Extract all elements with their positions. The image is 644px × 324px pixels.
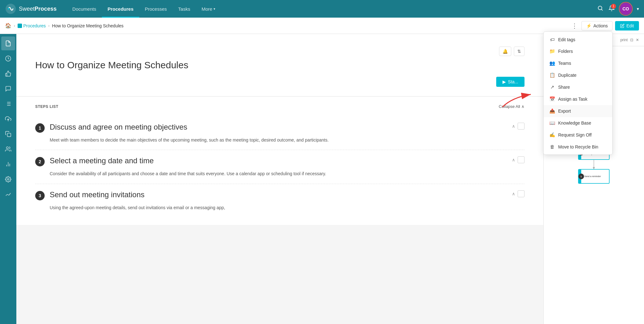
knowledge-base-icon: 📖 [549,120,555,126]
edit-icon [620,24,625,28]
breadcrumb: 🏠 › Procedures › How to Organize Meeting… [5,23,570,29]
nav-documents[interactable]: Documents [67,0,102,18]
sidebar-icon-clock[interactable] [1,52,15,65]
step-3-checkbox[interactable] [518,190,525,197]
steps-section: STEPS LIST Collapse All ∧ 1 Discuss and … [16,97,543,225]
edit-button[interactable]: Edit [615,21,639,31]
step-1-title: Discuss and agree on meeting objectives [50,123,507,131]
nav-procedures[interactable]: Procedures [102,0,139,18]
page-title: How to Organize Meeting Schedules [35,60,525,70]
logo[interactable]: SweetProcess [5,3,57,14]
step-1-checkbox[interactable] [518,123,525,130]
steps-header: STEPS LIST Collapse All ∧ [35,104,525,109]
play-icon: ▶ [502,79,506,84]
chevron-down-icon: ▾ [214,7,215,11]
breadcrumb-separator: › [14,24,15,28]
step-item-1: 1 Discuss and agree on meeting objective… [35,116,525,150]
dropdown-teams[interactable]: 👥 Teams [544,57,612,69]
fullscreen-icon[interactable]: ⊡ [630,38,633,42]
collapse-chevron-icon: ∧ [521,104,525,109]
breadcrumb-current-page: How to Organize Meeting Schedules [52,23,124,28]
nav-right-controls: 1 CO ▾ [597,3,639,15]
bolt-icon: ⚡ [586,23,591,28]
top-navigation: SweetProcess Documents Procedures Proces… [0,0,644,18]
sidebar-icon-list[interactable] [1,97,15,111]
step-item-2: 2 Select a meeting date and time ∧ Consi… [35,150,525,184]
overview-controls: print ⊡ ✕ [620,38,639,42]
svg-point-2 [598,6,602,10]
breadcrumb-home[interactable]: 🏠 [5,23,11,29]
signoff-icon: ✍ [549,132,555,138]
step-3-number: 3 [35,191,45,200]
breadcrumb-procedures[interactable]: Procedures [18,23,46,28]
step-3-title: Send out meeting invitations [50,190,507,199]
step-1-description: Meet with team members to decide the mai… [35,137,525,143]
step-3-header: 3 Send out meeting invitations ∧ [35,190,525,200]
step-2-number: 2 [35,157,45,166]
nav-items: Documents Procedures Processes Tasks Mor… [67,0,597,18]
dropdown-assign-task[interactable]: 📅 Assign as Task [544,93,612,105]
step-2-collapse-icon[interactable]: ∧ [512,157,515,162]
svg-point-1 [8,8,9,9]
dropdown-folders[interactable]: 📁 Folders [544,45,612,57]
step-1-collapse-icon[interactable]: ∧ [512,124,515,129]
avatar-ring [619,2,633,16]
logo-bold-text: Process [35,6,57,12]
assign-task-icon: 📅 [549,96,555,102]
sidebar-icon-copy[interactable] [1,127,15,141]
overview-close-button[interactable]: ✕ [636,38,639,42]
svg-marker-53 [593,167,595,169]
sidebar-icon-signature[interactable] [1,187,15,201]
dropdown-recycle-bin[interactable]: 🗑 Move to Recycle Bin [544,141,612,153]
step-2-controls: ∧ [512,156,525,163]
step-1-header: 1 Discuss and agree on meeting objective… [35,123,525,133]
three-dots-button[interactable]: ⋮ [570,21,579,31]
step-2-title: Select a meeting date and time [50,156,507,165]
sidebar-icon-chart[interactable] [1,157,15,171]
step-2-header: 2 Select a meeting date and time ∧ [35,156,525,166]
folder-icon: 📁 [549,48,555,54]
step-3-collapse-icon[interactable]: ∧ [512,191,515,196]
bell-toolbar-button[interactable]: 🔔 [499,47,511,56]
dropdown-knowledge-base[interactable]: 📖 Knowledge Base [544,117,612,129]
nav-more[interactable]: More ▾ [196,0,221,18]
sidebar-icon-upload[interactable] [1,112,15,126]
dropdown-edit-tags[interactable]: 🏷 Edit tags [544,34,612,45]
start-button[interactable]: ▶ Sta... [496,77,525,87]
actions-button[interactable]: ⚡ Actions [581,21,613,31]
duplicate-icon: 📋 [549,72,555,78]
svg-text:5: 5 [580,175,582,178]
sidebar-icon-users[interactable] [1,142,15,156]
sort-toolbar-button[interactable]: ⇅ [514,47,525,56]
tag-icon: 🏷 [549,37,555,42]
steps-list-label: STEPS LIST [35,104,58,109]
dropdown-export[interactable]: 📤 Export [544,105,612,117]
logo-light-text: Sweet [19,6,35,12]
export-icon: 📤 [549,108,555,114]
notifications-button[interactable]: 1 [608,5,615,13]
header-toolbar: 🔔 ⇅ [35,47,525,56]
print-button[interactable]: print [620,38,628,42]
sidebar-icon-thumbsup[interactable] [1,67,15,81]
dropdown-share[interactable]: ↗ Share [544,81,612,93]
dropdown-duplicate[interactable]: 📋 Duplicate [544,69,612,81]
teams-icon: 👥 [549,60,555,66]
svg-rect-11 [8,133,11,137]
recycle-bin-icon: 🗑 [549,144,555,149]
step-1-number: 1 [35,123,45,133]
step-2-checkbox[interactable] [518,156,525,163]
dropdown-request-signoff[interactable]: ✍ Request Sign Off [544,129,612,141]
steps-content: 🔔 ⇅ How to Organize Meeting Schedules ▶ … [16,34,543,324]
sidebar-icon-gear[interactable] [1,172,15,186]
nav-processes[interactable]: Processes [139,0,173,18]
step-2-description: Consider the availability of all partici… [35,170,525,177]
nav-tasks[interactable]: Tasks [173,0,196,18]
collapse-all-button[interactable]: Collapse All ∧ [499,104,525,109]
sidebar-icon-document[interactable] [1,36,15,50]
step-3-description: Using the agreed-upon meeting details, s… [35,204,525,211]
user-avatar[interactable]: CO [620,3,632,15]
sidebar-icon-chat[interactable] [1,82,15,96]
step-3-controls: ∧ [512,190,525,197]
user-menu-chevron[interactable]: ▾ [637,6,639,11]
search-button[interactable] [597,5,603,13]
